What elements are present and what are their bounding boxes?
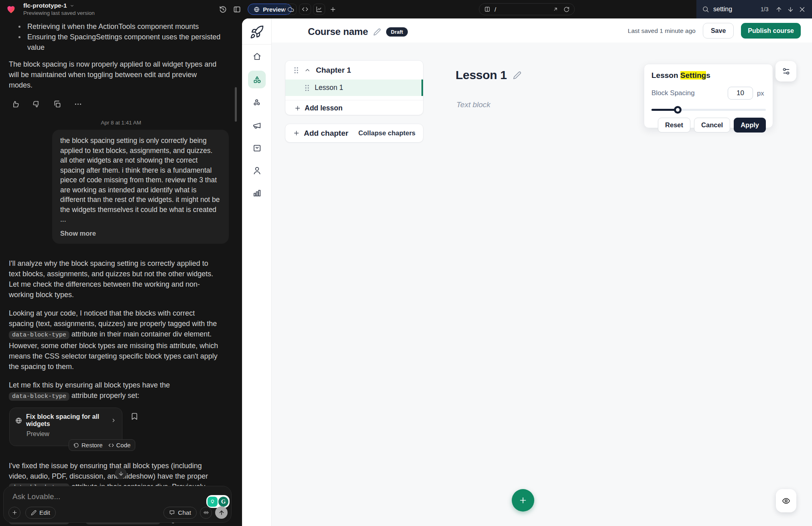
- analytics-button[interactable]: [313, 4, 325, 15]
- send-button[interactable]: [215, 506, 228, 519]
- analytics-icon: [316, 6, 322, 12]
- block-spacing-slider[interactable]: [651, 106, 766, 113]
- settings-buttons: Reset Cancel Apply: [651, 118, 766, 133]
- chat-mode-button[interactable]: Chat: [163, 507, 197, 519]
- user-message-text: the block spacing setting is only correc…: [60, 137, 220, 223]
- save-button[interactable]: Save: [703, 23, 734, 39]
- add-block-fab[interactable]: [512, 489, 534, 512]
- lesson-heading: Lesson 1: [456, 68, 507, 82]
- bookmark-icon[interactable]: [130, 412, 138, 420]
- find-previous-icon[interactable]: [775, 6, 782, 13]
- restore-button[interactable]: Restore: [73, 442, 103, 449]
- chapter-title: Chapter 1: [316, 66, 351, 75]
- chat-input-toolbar: Edit Chat: [8, 506, 228, 519]
- search-icon: [702, 6, 709, 13]
- home-icon: [252, 52, 262, 61]
- collapse-chapters-button[interactable]: Collapse chapters: [358, 129, 415, 137]
- plus-icon: [12, 510, 18, 516]
- edit-mode-button[interactable]: Edit: [25, 507, 56, 519]
- code-icon: [302, 6, 308, 12]
- search-highlight: Setting: [680, 71, 706, 80]
- thumbs-up-icon[interactable]: [11, 100, 20, 108]
- url-bar[interactable]: /: [479, 3, 575, 15]
- copy-icon[interactable]: [53, 100, 61, 108]
- lovable-logo-icon[interactable]: [6, 4, 16, 14]
- plus-icon: [293, 130, 300, 137]
- history-icon[interactable]: [219, 6, 227, 13]
- chapter-header-row[interactable]: Chapter 1: [285, 61, 423, 80]
- sidebar-item-home[interactable]: [248, 47, 266, 65]
- cancel-button[interactable]: Cancel: [694, 118, 730, 133]
- app-sidebar-rail: [242, 18, 272, 526]
- drag-handle-icon[interactable]: [304, 84, 310, 92]
- new-tab-button[interactable]: [327, 4, 339, 15]
- sidebar-item-announcements[interactable]: [248, 116, 266, 134]
- publish-course-button[interactable]: Publish course: [741, 23, 801, 39]
- open-external-icon[interactable]: [553, 6, 558, 12]
- chat-panel: Retrieving it when the ActionTools compo…: [0, 18, 242, 526]
- pencil-icon[interactable]: [513, 71, 521, 80]
- megaphone-icon: [252, 121, 262, 130]
- chevron-right-icon: [111, 418, 116, 423]
- find-next-icon[interactable]: [787, 6, 794, 13]
- slider-thumb[interactable]: [674, 106, 682, 114]
- code-edit-card[interactable]: Fix block spacing for all widgets Previe…: [9, 408, 122, 446]
- add-chapter-button[interactable]: Add chapter: [293, 129, 348, 138]
- header-actions: Last saved 1 minute ago Save Publish cou…: [628, 23, 801, 39]
- edit-card-row: Fix block spacing for all widgets Previe…: [9, 408, 242, 446]
- code-button[interactable]: Code: [108, 442, 131, 449]
- lesson-list-item[interactable]: Lesson 1: [285, 80, 423, 96]
- block-spacing-label: Block Spacing: [651, 89, 728, 97]
- assistant-paragraph: Looking at your code, I noticed that the…: [9, 308, 219, 372]
- message-timestamp: Apr 8 at 1:41 AM: [0, 120, 242, 126]
- inline-code: data-block-type: [9, 331, 69, 339]
- course-title: Course name: [308, 26, 368, 37]
- pencil-icon[interactable]: [373, 28, 381, 36]
- show-more-link[interactable]: Show more: [60, 228, 221, 239]
- cloud-sync-button[interactable]: [285, 4, 297, 15]
- course-title-group: Course name Draft: [308, 26, 408, 37]
- settings-toggle-button[interactable]: [775, 61, 796, 82]
- block-spacing-row: Block Spacing px: [651, 87, 766, 100]
- edit-mode-label: Edit: [39, 509, 50, 516]
- plus-icon: [294, 105, 301, 112]
- preview-button-label: Preview: [263, 6, 286, 13]
- app-preview-frame: Course name Draft Last saved 1 minute ag…: [242, 18, 812, 526]
- inline-code: data-block-type: [9, 392, 69, 401]
- sidebar-item-analytics[interactable]: [248, 184, 266, 202]
- chevron-up-icon[interactable]: [304, 67, 311, 73]
- chat-input-box[interactable]: Ask Lovable... G Edit Chat: [3, 486, 232, 523]
- attach-button[interactable]: [8, 507, 20, 519]
- reset-button[interactable]: Reset: [658, 118, 690, 133]
- person-icon: [252, 166, 262, 175]
- add-lesson-button[interactable]: Add lesson: [285, 100, 423, 115]
- sidebar-item-inbox[interactable]: [248, 139, 266, 157]
- find-input[interactable]: [713, 6, 761, 13]
- apply-button[interactable]: Apply: [734, 118, 766, 133]
- lesson-settings-panel: Lesson Settings Block Spacing px Reset C…: [644, 64, 773, 128]
- code-view-button[interactable]: [299, 4, 311, 15]
- thumbs-down-icon[interactable]: [32, 100, 41, 108]
- panel-left-icon[interactable]: [233, 6, 241, 13]
- scroll-to-bottom-button[interactable]: [115, 468, 126, 479]
- chat-scrollbar[interactable]: [235, 87, 237, 122]
- url-path: /: [495, 6, 553, 13]
- project-status: Previewing last saved version: [23, 10, 95, 16]
- chat-input-placeholder[interactable]: Ask Lovable...: [12, 492, 60, 501]
- sidebar-item-courses[interactable]: [248, 71, 266, 88]
- block-spacing-input[interactable]: [728, 87, 753, 100]
- sidebar-item-community[interactable]: [248, 94, 266, 111]
- element-inspector-button[interactable]: [776, 489, 796, 512]
- drag-handle-icon[interactable]: [293, 67, 299, 74]
- rocket-icon[interactable]: [250, 25, 264, 39]
- status-badge: Draft: [386, 27, 408, 37]
- find-close-icon[interactable]: [799, 6, 806, 13]
- voice-input-button[interactable]: [200, 507, 212, 519]
- more-options-icon[interactable]: [74, 100, 82, 108]
- refresh-icon[interactable]: [564, 6, 570, 12]
- shapes-icon: [252, 75, 262, 84]
- empty-text-block[interactable]: Text block: [456, 100, 490, 109]
- project-menu[interactable]: flc-prototype-1: [23, 2, 95, 9]
- restore-icon: [73, 442, 79, 448]
- sidebar-item-profile[interactable]: [248, 161, 266, 179]
